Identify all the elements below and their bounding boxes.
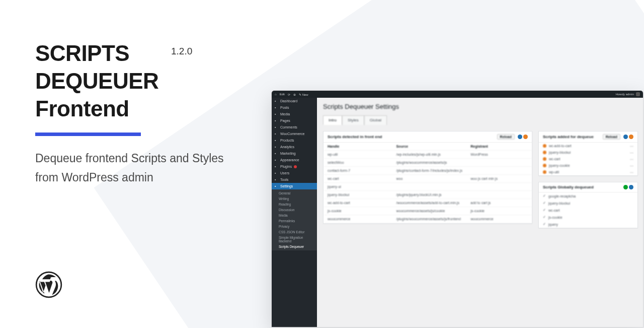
list-item[interactable]: wc-cart—: [539, 156, 637, 162]
list-item[interactable]: wp-util—: [539, 169, 637, 175]
adminbar-item[interactable]: ⌂: [275, 93, 277, 96]
sidebar-item-label: Analytics: [280, 145, 294, 149]
sidebar-item-dashboard[interactable]: ▪Dashboard: [272, 98, 317, 104]
table-row[interactable]: jquery-blockui/plugins/jquery.blockUI.mi…: [324, 191, 532, 199]
sidebar-item-media[interactable]: ▪Media: [272, 111, 317, 117]
status-dot-icon: [543, 164, 546, 167]
reload-button[interactable]: Reload: [603, 134, 620, 140]
sidebar-item-appearance[interactable]: ▪Appearance: [272, 157, 317, 163]
wordpress-logo-icon: [35, 271, 62, 298]
tool-icon: ▪: [275, 178, 278, 181]
adminbar-user[interactable]: Howdy admin: [616, 93, 634, 96]
col-registrant: Registrant: [470, 145, 528, 148]
check-icon: ✓: [543, 215, 546, 219]
reload-button[interactable]: Reload: [497, 134, 515, 140]
table-row[interactable]: wc-cartwoowoo js cart min js: [324, 175, 532, 183]
check-icon: ✓: [543, 208, 546, 212]
sidebar-item-label: Settings: [280, 184, 293, 188]
list-item[interactable]: jquery-cookie—: [539, 162, 637, 169]
table-row[interactable]: js-cookiewoocommerce/assets/js/cookiejs-…: [324, 207, 532, 215]
wp-main-content: Scripts Dequeuer Settings Intro Styles G…: [317, 98, 643, 327]
tab-intro[interactable]: Intro: [323, 115, 342, 125]
status-dot-icon: [543, 144, 546, 148]
adminbar-item[interactable]: ✎ New: [299, 93, 308, 96]
table-row[interactable]: woocommerce/plugins/woocommerce/assets/j…: [324, 215, 532, 223]
table-row[interactable]: contact-form-7/plugins/contact-form-7/in…: [324, 167, 532, 175]
sidebar-item-products[interactable]: ▪Products: [272, 137, 317, 144]
info-icon[interactable]: [623, 135, 628, 139]
sidebar-item-label: Plugins: [280, 165, 292, 168]
info-icon[interactable]: [518, 135, 522, 139]
list-item[interactable]: ✓jquery-blockui: [539, 200, 637, 207]
list-item[interactable]: wc-add-to-cart—: [539, 143, 637, 149]
sidebar-item-label: Users: [280, 171, 289, 175]
dequeue-card: Scripts added for dequeue Reload wc-add-…: [538, 131, 638, 176]
page-icon: ▪: [275, 119, 278, 122]
avatar-icon[interactable]: [636, 92, 640, 96]
brush-icon: ▪: [275, 158, 278, 162]
sidebar-item-label: Marketing: [280, 152, 296, 155]
sidebar-subitem[interactable]: Permalinks: [272, 218, 317, 224]
sidebar-item-plugins[interactable]: ▪Plugins: [272, 163, 317, 170]
sidebar-subitem[interactable]: Media: [272, 213, 317, 218]
add-icon[interactable]: [623, 185, 628, 189]
sidebar-subitem[interactable]: Discussion: [272, 207, 317, 213]
title-underline: [35, 133, 141, 136]
hero-panel: SCRIPTS DEQUEUER Frontend 1.2.0 Dequeue …: [35, 39, 247, 187]
list-item[interactable]: jquery-blockui—: [539, 149, 637, 156]
tab-global[interactable]: Global: [364, 115, 387, 125]
sidebar-subitem[interactable]: Reading: [272, 202, 317, 207]
sidebar-item-pages[interactable]: ▪Pages: [272, 117, 317, 124]
list-item[interactable]: ✓jquery: [539, 221, 637, 228]
table-row[interactable]: selectWoo/plugins/woocommerce/assets/js: [324, 159, 532, 167]
action-icon[interactable]: [629, 135, 633, 139]
hero-subtitle: Dequeue frontend Scripts and Styles from…: [35, 149, 247, 187]
sidebar-item-tools[interactable]: ▪Tools: [272, 176, 317, 183]
col-source: Source: [396, 145, 470, 148]
user-icon: ▪: [275, 171, 278, 175]
sidebar-item-label: Tools: [280, 178, 288, 181]
sidebar-subitem[interactable]: Scripts Dequeuer: [272, 244, 317, 249]
check-icon: ✓: [543, 194, 546, 198]
table-row[interactable]: wp-util/wp-includes/js/wp-util.min.jsWor…: [324, 151, 532, 159]
sidebar-item-analytics[interactable]: ▪Analytics: [272, 144, 317, 150]
sidebar-item-label: WooCommerce: [280, 132, 305, 136]
sidebar-subitem[interactable]: CSS JSON Editor: [272, 229, 317, 235]
adminbar-item[interactable]: ⊕: [293, 93, 296, 96]
sidebar-item-posts[interactable]: ▪Posts: [272, 104, 317, 111]
list-item[interactable]: ✓js-cookie: [539, 214, 637, 221]
action-icon[interactable]: [523, 135, 528, 139]
card-title: Scripts Globally dequeued: [543, 185, 594, 189]
plug-icon: ▪: [275, 165, 278, 168]
adminbar-item[interactable]: Edit: [280, 93, 285, 96]
check-icon: ✓: [543, 222, 546, 226]
list-item[interactable]: ✓google-recaptcha: [539, 192, 637, 200]
adminbar-item[interactable]: ⟳: [288, 93, 290, 96]
card-title: Scripts added for dequeue: [543, 135, 594, 139]
gear-icon: ▪: [275, 184, 278, 188]
info-icon[interactable]: [629, 185, 633, 189]
woo-icon: ▪: [275, 132, 278, 136]
wp-adminbar: ⌂ Edit ⟳ ⊕ ✎ New Howdy admin: [272, 91, 643, 98]
sidebar-item-settings[interactable]: ▪Settings: [272, 183, 317, 189]
sidebar-item-label: Pages: [280, 119, 290, 122]
media-icon: ▪: [275, 112, 278, 116]
sidebar-item-comments[interactable]: ▪Comments: [272, 124, 317, 130]
status-dot-icon: [543, 170, 546, 174]
global-card: Scripts Globally dequeued ✓google-recapt…: [538, 182, 638, 228]
sidebar-subitem[interactable]: General: [272, 190, 317, 196]
sidebar-subitem[interactable]: Simple Migration Backend: [272, 235, 317, 244]
sidebar-item-users[interactable]: ▪Users: [272, 170, 317, 176]
sidebar-subitem[interactable]: Writing: [272, 196, 317, 202]
sidebar-subitem[interactable]: Privacy: [272, 224, 317, 229]
sidebar-item-woocommerce[interactable]: ▪WooCommerce: [272, 130, 317, 137]
scripts-detected-card: Scripts detected in front end Reload Han…: [323, 131, 532, 224]
check-icon: ✓: [543, 201, 546, 205]
tab-styles[interactable]: Styles: [342, 115, 364, 125]
status-dot-icon: [543, 151, 546, 154]
list-item[interactable]: ✓wc-cart: [539, 207, 637, 214]
sidebar-item-label: Products: [280, 139, 294, 142]
sidebar-item-marketing[interactable]: ▪Marketing: [272, 150, 317, 157]
table-row[interactable]: jquery-ui: [324, 183, 532, 191]
table-row[interactable]: wc-add-to-cart/woocommerce/assets/add-to…: [324, 199, 532, 207]
